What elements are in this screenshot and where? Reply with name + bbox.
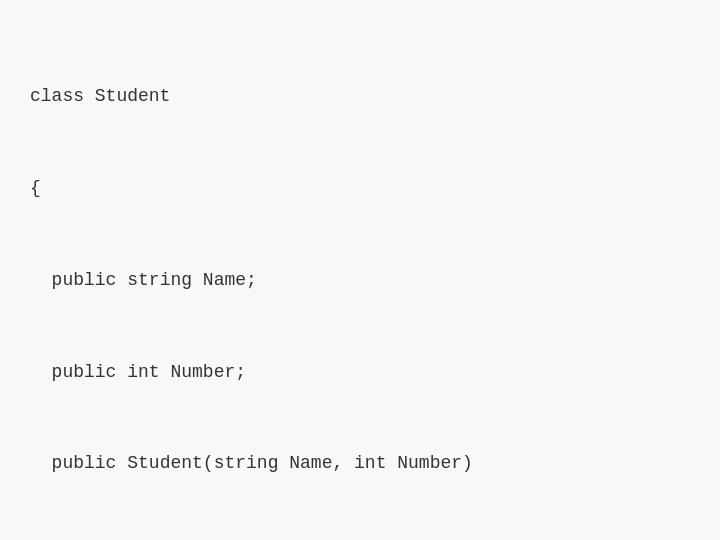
code-line-3: public string Name; <box>30 265 690 296</box>
code-line-1: class Student <box>30 81 690 112</box>
code-line-4: public int Number; <box>30 357 690 388</box>
code-line-2: { <box>30 173 690 204</box>
code-line-5: public Student(string Name, int Number) <box>30 448 690 479</box>
code-block: class Student { public string Name; publ… <box>30 20 690 540</box>
code-container: class Student { public string Name; publ… <box>0 0 720 540</box>
